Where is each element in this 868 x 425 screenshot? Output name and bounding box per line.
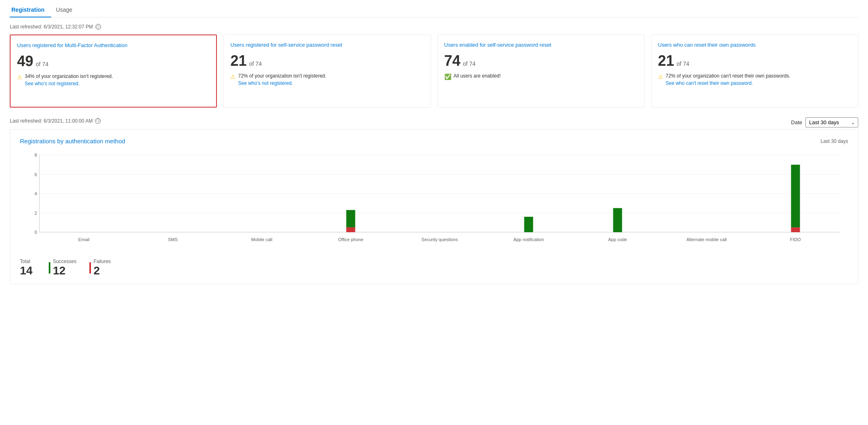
info-icon-2[interactable]: ⓘ (95, 118, 101, 124)
card-sspr-reg-big: 21 (230, 54, 247, 68)
card-mfa-of: of 74 (36, 61, 48, 67)
card-sspr-en-big: 74 (444, 54, 461, 68)
card-sspr-en-status-text: All users are enabled! (454, 73, 501, 79)
card-sspr-reg-count: 21 of 74 (230, 54, 424, 68)
svg-text:8: 8 (35, 153, 37, 157)
section-header-chart: Last refreshed: 6/3/2021, 11:00:00 AM ⓘ … (10, 117, 858, 127)
page-container: Registration Usage Last refreshed: 6/3/2… (0, 0, 868, 294)
chart-title-row: Registrations by authentication method L… (20, 138, 848, 145)
card-sspr-en-of: of 74 (463, 60, 476, 67)
date-filter-label: Date (791, 119, 802, 125)
card-sspr-reg-link[interactable]: See who's not registered. (238, 80, 326, 86)
bar-chart-svg: 02468EmailSMSMobile callOffice phoneSecu… (20, 151, 848, 248)
warn-icon-sspr-reg: ⚠ (230, 73, 236, 80)
refresh-line-1: Last refreshed: 6/3/2021, 12:32:07 PM ⓘ (10, 24, 858, 30)
date-filter: Date Last 7 days Last 30 days Last 90 da… (791, 117, 858, 127)
warn-icon-can-reset: ⚠ (658, 73, 663, 80)
svg-rect-20 (613, 208, 622, 232)
chart-container: Registrations by authentication method L… (10, 129, 858, 284)
success-color-bar (49, 262, 50, 274)
card-mfa-title[interactable]: Users registered for Multi-Factor Authen… (17, 42, 210, 49)
failures-label: Failures (93, 259, 111, 264)
card-can-reset-big: 21 (658, 54, 674, 68)
refresh-timestamp-2: Last refreshed: 6/3/2021, 11:00:00 AM (10, 118, 93, 124)
svg-text:App notification: App notification (513, 237, 544, 242)
svg-text:2: 2 (35, 211, 37, 216)
svg-rect-15 (346, 210, 355, 227)
warn-icon-mfa: ⚠ (17, 74, 22, 80)
card-mfa-status: ⚠ 34% of your organization isn't registe… (17, 73, 210, 86)
card-mfa-big: 49 (17, 54, 33, 69)
card-can-reset-count: 21 of 74 (658, 54, 851, 68)
svg-text:0: 0 (35, 230, 37, 235)
card-can-reset-status-text: 72% of your organization can't reset the… (666, 73, 790, 79)
svg-text:Alternate mobile call: Alternate mobile call (686, 237, 727, 242)
card-mfa-count: 49 of 74 (17, 54, 210, 69)
svg-rect-18 (524, 217, 533, 232)
card-can-reset-status: ⚠ 72% of your organization can't reset t… (658, 73, 851, 86)
card-sspr-reg-status-text: 72% of your organization isn't registere… (238, 73, 326, 79)
card-can-reset-title[interactable]: Users who can reset their own passwords (658, 41, 851, 49)
svg-text:4: 4 (35, 191, 37, 196)
svg-text:6: 6 (35, 172, 37, 177)
success-icon-sspr-en: ✅ (444, 73, 451, 80)
card-can-reset-of: of 74 (677, 60, 689, 67)
tab-usage[interactable]: Usage (54, 3, 79, 17)
successes-value: 12 (53, 264, 76, 277)
info-icon-1[interactable]: ⓘ (95, 24, 101, 30)
svg-text:App code: App code (608, 237, 627, 242)
card-sspr-en-status: ✅ All users are enabled! (444, 73, 638, 80)
bar-chart-area: 02468EmailSMSMobile callOffice phoneSecu… (20, 151, 848, 252)
total-value: 14 (20, 264, 32, 277)
card-can-reset-link[interactable]: See who can't reset their own password. (666, 80, 790, 86)
svg-text:Mobile call: Mobile call (251, 237, 273, 242)
total-label: Total (20, 259, 32, 264)
card-sspr-reg-title[interactable]: Users registered for self-service passwo… (230, 41, 424, 49)
card-mfa: Users registered for Multi-Factor Authen… (10, 35, 217, 108)
card-sspr-reg-status: ⚠ 72% of your organization isn't registe… (230, 73, 424, 86)
card-mfa-link[interactable]: See who's not registered. (25, 81, 113, 86)
chart-footer: Total 14 Successes 12 Failures 2 (20, 252, 848, 284)
svg-text:Email: Email (78, 237, 90, 242)
legend-successes: Successes 12 (49, 259, 76, 277)
card-sspr-reg-of: of 74 (249, 60, 262, 67)
refresh-timestamp-1: Last refreshed: 6/3/2021, 12:32:07 PM (10, 24, 93, 30)
svg-text:FIDO: FIDO (790, 237, 801, 242)
x-labels (36, 250, 844, 252)
card-sspr-registered: Users registered for self-service passwo… (223, 35, 431, 108)
successes-label: Successes (53, 259, 76, 264)
date-select[interactable]: Last 7 days Last 30 days Last 90 days (805, 117, 858, 127)
svg-text:Security questions: Security questions (422, 237, 458, 242)
card-sspr-en-count: 74 of 74 (444, 54, 638, 68)
svg-text:SMS: SMS (168, 237, 178, 242)
card-mfa-status-text: 34% of your organization isn't registere… (25, 73, 113, 79)
failure-color-bar (89, 262, 91, 274)
failures-value: 2 (93, 264, 111, 277)
svg-text:Office phone: Office phone (338, 237, 363, 242)
card-sspr-en-title[interactable]: Users enabled for self-service password … (444, 41, 638, 49)
cards-row: Users registered for Multi-Factor Authen… (10, 35, 858, 108)
tabs-bar: Registration Usage (10, 0, 858, 17)
date-select-wrapper: Last 7 days Last 30 days Last 90 days (805, 117, 858, 127)
svg-rect-24 (791, 165, 800, 227)
card-sspr-enabled: Users enabled for self-service password … (437, 35, 645, 108)
chart-title: Registrations by authentication method (20, 138, 125, 145)
chart-period: Last 30 days (820, 138, 848, 144)
card-can-reset: Users who can reset their own passwords … (651, 35, 858, 108)
total-block: Total 14 (20, 259, 32, 277)
svg-rect-23 (791, 227, 800, 232)
legend-failures: Failures 2 (89, 259, 111, 277)
tab-registration[interactable]: Registration (10, 3, 51, 17)
svg-rect-14 (346, 227, 355, 232)
refresh-line-2: Last refreshed: 6/3/2021, 11:00:00 AM ⓘ (10, 118, 101, 124)
